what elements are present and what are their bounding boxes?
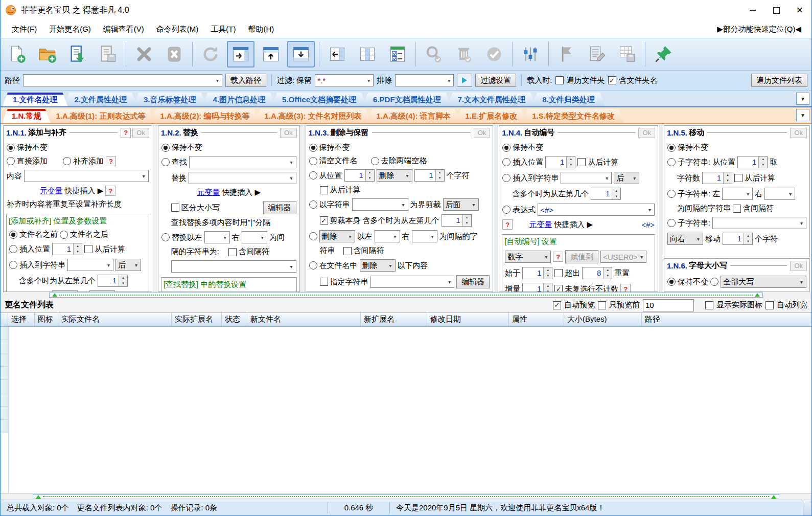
adjust-settings-button[interactable] <box>517 41 544 68</box>
substr-pos-radio[interactable] <box>667 158 676 166</box>
insert-pos-radio[interactable] <box>502 158 511 166</box>
menu-start-rename[interactable]: 开始更名(G) <box>43 23 97 36</box>
tab-filename[interactable]: 1.文件名处理 <box>3 93 68 106</box>
include-sep-checkbox[interactable] <box>733 205 741 213</box>
subtab-normal[interactable]: 1.N.常规 <box>3 109 51 123</box>
traverse-file-list-button[interactable]: 遍历文件列表 <box>751 74 807 87</box>
menu-edit-view[interactable]: 编辑查看(V) <box>97 23 150 36</box>
exceed-spinner[interactable]: 8▴▾ <box>582 267 612 279</box>
help-button[interactable]: ? <box>105 186 115 196</box>
left-sep-combobox[interactable]: ▾ <box>375 230 400 242</box>
ok-button[interactable]: Ok <box>280 128 297 138</box>
pad-add-radio[interactable] <box>63 157 71 165</box>
tab-office-summary[interactable]: 5.Office文档摘要处理 <box>272 93 366 106</box>
maximize-button[interactable] <box>764 0 788 20</box>
apply-rename-button[interactable] <box>480 41 508 68</box>
traverse-folders-checkbox[interactable] <box>555 76 564 84</box>
substr-string-radio[interactable] <box>667 219 676 227</box>
find-radio[interactable] <box>161 158 170 166</box>
resize-grip[interactable] <box>803 500 811 515</box>
clear-name-radio[interactable] <box>309 157 317 165</box>
tab-music-tag[interactable]: 3.音乐标签处理 <box>133 93 206 106</box>
skip-unchecked-checkbox[interactable] <box>554 285 563 292</box>
direct-add-radio[interactable] <box>7 157 15 165</box>
insert-to-string-combobox[interactable]: ▾ <box>67 259 113 271</box>
column-header-mod-date[interactable]: 修改日期 <box>427 313 509 326</box>
tab-classify[interactable]: 8.文件归类处理 <box>532 93 605 106</box>
specify-string-checkbox[interactable] <box>320 278 328 286</box>
insert-to-string-combobox[interactable]: ▾ <box>561 172 612 184</box>
subtab-script[interactable]: 1.A.高级(4): 语言脚本 <box>367 109 460 123</box>
column-header-icon[interactable]: 图标 <box>35 313 58 326</box>
exceed-reset-checkbox[interactable] <box>554 269 563 277</box>
tab-file-attr[interactable]: 2.文件属性处理 <box>64 93 137 106</box>
menu-tools[interactable]: 工具(T) <box>204 23 242 36</box>
column-header-path[interactable]: 路径 <box>642 313 811 326</box>
trim-spaces-radio[interactable] <box>371 157 379 165</box>
column-header-attr[interactable]: 属性 <box>509 313 564 326</box>
subtab-mapping-list[interactable]: 1.A.高级(3): 文件名对照列表 <box>256 109 371 123</box>
help-button[interactable]: ? <box>121 128 131 138</box>
ok-button[interactable]: Ok <box>790 261 807 271</box>
save-file-list-button[interactable] <box>94 41 122 68</box>
flag-mark-button[interactable] <box>553 41 581 68</box>
auto-col-width-checkbox[interactable] <box>765 301 774 309</box>
tab-image-info[interactable]: 4.图片信息处理 <box>203 93 276 106</box>
char-count-spinner[interactable]: 1▴▾ <box>702 172 732 184</box>
tab-text-attr[interactable]: 7.文本文件属性处理 <box>448 93 536 106</box>
quick-locate-label[interactable]: ▶部分功能快速定位(Q)◀ <box>717 25 806 34</box>
subtab-special-types[interactable]: 1.S.特定类型文件名修改 <box>523 109 624 123</box>
nth-occurrence-spinner[interactable]: 1▴▾ <box>442 214 472 227</box>
insert-pos-spinner[interactable]: 1▴▾ <box>545 156 575 168</box>
delete-content-radio[interactable] <box>309 261 317 270</box>
subtab-regex[interactable]: 1.A.高级(1): 正则表达式等 <box>47 109 155 123</box>
from-pos-spinner[interactable]: 1▴▾ <box>344 169 375 182</box>
run-filter-button[interactable] <box>457 74 472 87</box>
open-folder-button[interactable] <box>34 41 61 68</box>
filter-keep-combobox[interactable]: *.*▾ <box>315 74 374 86</box>
pin-window-button[interactable] <box>649 41 677 68</box>
assign-to-button[interactable]: 赋值到 <box>565 250 598 263</box>
move-count-spinner[interactable]: 1▴▾ <box>723 233 753 245</box>
cut-self-checkbox[interactable] <box>320 216 328 225</box>
remove-from-list-button[interactable] <box>160 41 188 68</box>
increment-spinner[interactable]: 1▴▾ <box>522 283 552 292</box>
ok-button[interactable]: Ok <box>790 128 807 138</box>
after-name-radio[interactable] <box>60 231 68 239</box>
check-options-button[interactable] <box>384 41 411 68</box>
show-top-panel-button[interactable] <box>257 41 285 68</box>
start-spinner[interactable]: 1▴▾ <box>522 267 552 279</box>
horizontal-splitter-bottom[interactable] <box>1 493 811 500</box>
substr-between-radio[interactable] <box>667 190 676 198</box>
sub-tabs-dropdown-button[interactable]: ▼ <box>796 109 809 121</box>
show-real-icons-checkbox[interactable] <box>705 301 713 309</box>
front-back-select[interactable]: 后面▾ <box>443 198 479 211</box>
right-sep-combobox[interactable]: ▾ <box>412 230 437 242</box>
export-table-button[interactable] <box>613 41 641 68</box>
move-column-left-button[interactable] <box>323 41 351 68</box>
before-after-select[interactable]: 后▾ <box>614 172 639 184</box>
metavar-link[interactable]: 元变量 <box>197 188 220 197</box>
find-combobox[interactable]: ▾ <box>189 156 296 168</box>
editor-button[interactable]: 编辑器 <box>263 201 296 214</box>
minimize-button[interactable] <box>741 0 764 20</box>
keep-unchanged-radio[interactable] <box>502 144 511 152</box>
panel-splitter[interactable] <box>494 125 498 292</box>
nth-occurrence-spinner[interactable]: 1▴▾ <box>98 275 128 287</box>
load-file-list-button[interactable] <box>64 41 91 68</box>
panel-splitter[interactable] <box>659 125 663 292</box>
nth-occurrence-spinner[interactable]: 1▴▾ <box>591 188 621 200</box>
keep-unchanged-radio[interactable] <box>7 144 15 152</box>
help-button[interactable]: ? <box>106 156 116 166</box>
column-header-size[interactable]: 大小(Bytes) <box>564 313 642 326</box>
case-option-radio[interactable] <box>710 278 718 286</box>
expression-radio[interactable] <box>502 206 511 214</box>
show-right-panel-button[interactable] <box>227 41 254 68</box>
refresh-button[interactable] <box>197 41 224 68</box>
ok-button[interactable]: Ok <box>638 128 655 138</box>
menu-file[interactable]: 文件(F) <box>6 23 43 36</box>
keep-unchanged-radio[interactable] <box>309 144 317 152</box>
empty-file-area[interactable] <box>9 327 811 493</box>
help-button[interactable]: ? <box>553 252 563 262</box>
menu-command-list[interactable]: 命令列表(M) <box>150 23 205 36</box>
